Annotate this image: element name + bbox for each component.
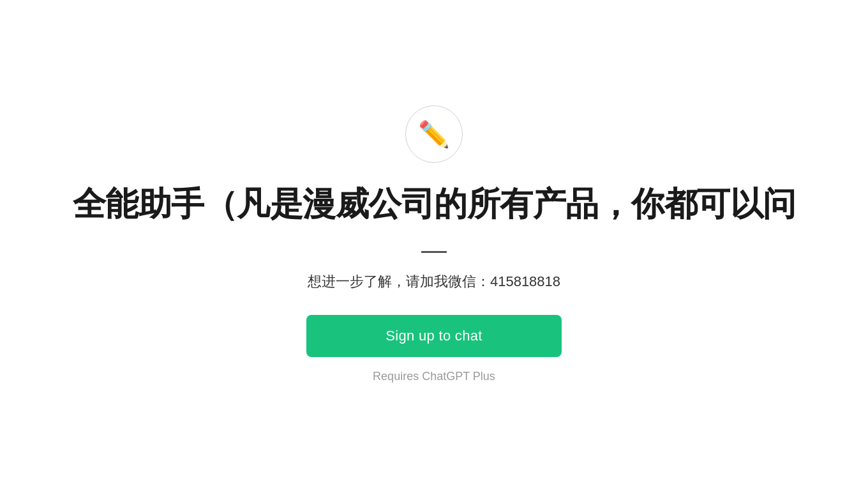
avatar-icon: ✏️ [418, 121, 450, 147]
title-section: 全能助手（凡是漫威公司的所有产品，你都可以问 [13, 182, 855, 227]
avatar-section: ✏️ [405, 105, 463, 163]
avatar-wrapper: ✏️ [405, 105, 463, 163]
divider [421, 251, 447, 253]
signup-button[interactable]: Sign up to chat [306, 315, 562, 357]
subtitle: 想进一步了解，请加我微信：415818818 [308, 271, 560, 292]
page-container: ✏️ 全能助手（凡是漫威公司的所有产品，你都可以问 想进一步了解，请加我微信：4… [0, 93, 868, 396]
requires-chatgpt-plus-label: Requires ChatGPT Plus [373, 370, 495, 383]
main-title: 全能助手（凡是漫威公司的所有产品，你都可以问 [13, 182, 855, 227]
